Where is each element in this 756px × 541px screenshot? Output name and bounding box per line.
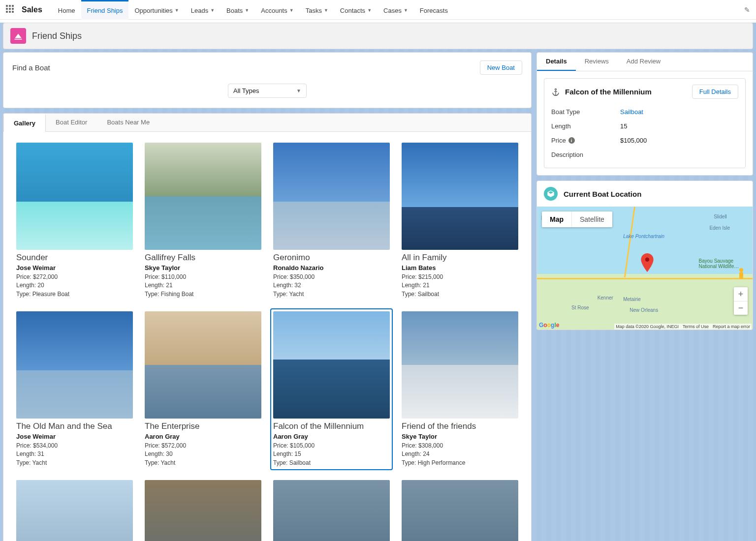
- chevron-down-icon: ▼: [175, 8, 179, 13]
- map-type-control: Map Satellite: [542, 211, 612, 227]
- boat-name: Sounder: [16, 253, 133, 263]
- gallery-card: GalleryBoat EditorBoats Near Me SounderJ…: [3, 113, 532, 541]
- svg-point-0: [645, 257, 649, 261]
- boat-image: [273, 480, 390, 541]
- nav-items: HomeFriend ShipsOpportunities▼Leads▼Boat…: [52, 0, 454, 20]
- boat-owner: Skye Taylor: [402, 433, 518, 440]
- boat-image: [273, 143, 390, 250]
- nav-item-tasks[interactable]: Tasks▼: [300, 0, 334, 20]
- nav-label: Cases: [383, 7, 402, 14]
- edit-nav-icon[interactable]: ✎: [744, 6, 750, 14]
- boat-meta: Price: $350,000Length: 32Type: Yacht: [273, 273, 390, 299]
- location-card: Current Boat Location SlidellEden IsleLa…: [536, 180, 753, 330]
- boat-image: [145, 480, 261, 541]
- boat-type-select[interactable]: All Types ▼: [228, 84, 307, 98]
- page-header-icon: [10, 28, 26, 44]
- boat-image: [402, 311, 518, 419]
- boat-owner: Skye Taylor: [145, 264, 261, 271]
- boat-owner: Aaron Gray: [145, 433, 261, 440]
- map-label: Eden Isle: [709, 225, 730, 231]
- boat-owner: Jose Weimar: [16, 264, 133, 271]
- map-type-map[interactable]: Map: [542, 211, 571, 227]
- detail-tab-reviews[interactable]: Reviews: [576, 53, 618, 71]
- nav-item-accounts[interactable]: Accounts▼: [255, 0, 299, 20]
- boat-meta: Price: $534,000Length: 31Type: Yacht: [16, 442, 133, 467]
- page-shell: Friend Ships Find a Boat New Boat All Ty…: [0, 23, 756, 541]
- boat-type-value: All Types: [233, 87, 259, 94]
- boat-meta: Price: $272,000Length: 20Type: Pleasure …: [16, 273, 133, 299]
- detail-tab-add-review[interactable]: Add Review: [618, 53, 669, 71]
- field-value-description: [620, 151, 738, 158]
- new-boat-button[interactable]: New Boat: [480, 60, 522, 75]
- map[interactable]: SlidellEden IsleLake PontchartrainRuddoc…: [537, 207, 753, 330]
- boat-tile[interactable]: SounderJose WeimarPrice: $272,000Length:…: [15, 142, 134, 300]
- boat-name: Gallifrey Falls: [145, 253, 261, 263]
- boat-tile[interactable]: The EnterpriseAaron GrayPrice: $572,000L…: [144, 310, 262, 468]
- tab-boat-editor[interactable]: Boat Editor: [46, 114, 97, 131]
- nav-item-opportunities[interactable]: Opportunities▼: [128, 0, 185, 20]
- zoom-in-button[interactable]: +: [734, 287, 748, 301]
- chevron-down-icon: ▼: [245, 8, 249, 13]
- map-label: Lake Pontchartrain: [623, 234, 664, 239]
- map-type-satellite[interactable]: Satellite: [571, 211, 612, 227]
- boat-image: [16, 311, 133, 419]
- terms-link[interactable]: Terms of Use: [683, 324, 709, 329]
- chevron-down-icon: ▼: [210, 8, 215, 13]
- boat-tile[interactable]: GeronimoRonaldo NazarioPrice: $350,000Le…: [272, 142, 391, 300]
- boat-tile[interactable]: [401, 479, 519, 541]
- nav-item-forecasts[interactable]: Forecasts: [414, 0, 454, 20]
- boat-tile[interactable]: Friend of the friendsSkye TaylorPrice: $…: [401, 310, 519, 468]
- chevron-down-icon: ▼: [367, 8, 372, 13]
- nav-item-friend-ships[interactable]: Friend Ships: [81, 0, 129, 20]
- boat-tile[interactable]: Falcon of the MillenniumAaron GrayPrice:…: [270, 308, 393, 470]
- boat-meta: Price: $572,000Length: 30Type: Yacht: [145, 442, 261, 467]
- boat-tile[interactable]: The Old Man and the SeaJose WeimarPrice:…: [15, 310, 134, 468]
- detail-card: DetailsReviewsAdd Review Falcon of the M…: [536, 52, 753, 176]
- nav-item-boats[interactable]: Boats▼: [220, 0, 255, 20]
- tab-gallery[interactable]: Gallery: [3, 114, 46, 132]
- page-header: Friend Ships: [3, 23, 753, 49]
- nav-item-contacts[interactable]: Contacts▼: [334, 0, 378, 20]
- location-title: Current Boat Location: [564, 190, 641, 198]
- zoom-out-button[interactable]: −: [734, 301, 748, 315]
- nav-label: Home: [58, 7, 75, 14]
- full-details-button[interactable]: Full Details: [692, 85, 738, 99]
- boat-tile[interactable]: [144, 479, 262, 541]
- nav-label: Friend Ships: [87, 7, 123, 14]
- boat-tile[interactable]: All in FamilyLiam BatesPrice: $215,000Le…: [401, 142, 519, 300]
- boat-name: The Old Man and the Sea: [16, 421, 133, 431]
- boat-tile[interactable]: Gallifrey FallsSkye TaylorPrice: $110,00…: [144, 142, 262, 300]
- nav-item-cases[interactable]: Cases▼: [378, 0, 414, 20]
- pegman-icon[interactable]: [736, 268, 747, 282]
- tab-boats-near-me[interactable]: Boats Near Me: [97, 114, 159, 131]
- boat-meta: Price: $110,000Length: 21Type: Fishing B…: [145, 273, 261, 299]
- nav-label: Tasks: [306, 7, 322, 14]
- svg-rect-2: [739, 272, 743, 279]
- boat-meta: Price: $215,000Length: 21Type: Sailboat: [402, 273, 518, 299]
- field-value-boat-type[interactable]: Sailboat: [620, 108, 738, 116]
- nav-label: Forecasts: [420, 7, 448, 14]
- app-launcher-icon[interactable]: [6, 5, 16, 15]
- nav-label: Boats: [226, 7, 243, 14]
- boat-meta: Price: $308,000Length: 24Type: High Perf…: [402, 442, 518, 467]
- boat-name: All in Family: [402, 253, 518, 263]
- detail-tabs: DetailsReviewsAdd Review: [537, 53, 753, 71]
- find-boat-card: Find a Boat New Boat All Types ▼: [3, 52, 532, 108]
- boat-image: [16, 143, 133, 250]
- field-label-price: Pricei: [551, 137, 620, 144]
- nav-label: Leads: [191, 7, 208, 14]
- page-title: Friend Ships: [32, 31, 82, 41]
- google-logo: Google: [539, 322, 559, 329]
- nav-item-leads[interactable]: Leads▼: [185, 0, 220, 20]
- boat-tile[interactable]: [272, 479, 391, 541]
- boat-image: [145, 311, 261, 419]
- detail-tab-details[interactable]: Details: [537, 53, 576, 71]
- report-link[interactable]: Report a map error: [713, 324, 750, 329]
- boat-image: [273, 311, 390, 419]
- info-icon[interactable]: i: [568, 137, 575, 144]
- boat-tile[interactable]: [15, 479, 134, 541]
- boat-image: [402, 143, 518, 250]
- boat-image: [402, 480, 518, 541]
- nav-item-home[interactable]: Home: [52, 0, 81, 20]
- anchor-icon: [551, 88, 560, 96]
